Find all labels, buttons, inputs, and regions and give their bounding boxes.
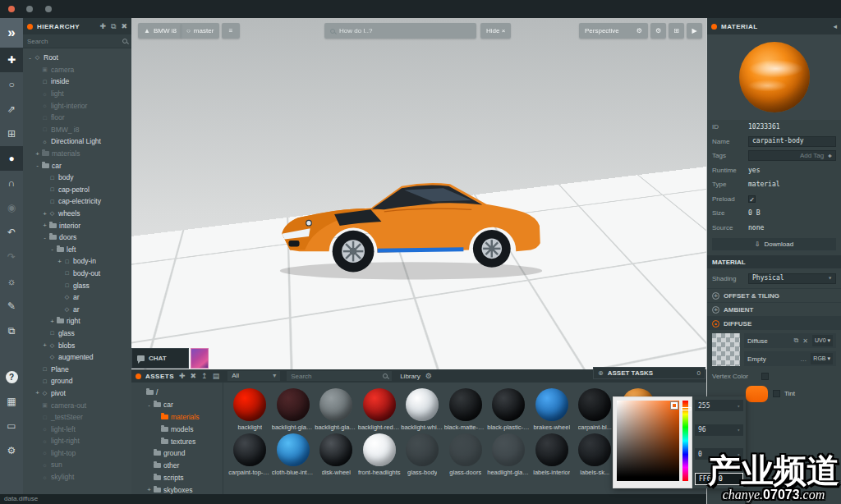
redo-button-icon[interactable]: ↷ (0, 245, 23, 269)
asset-thumbnail[interactable]: front-headlights (358, 431, 402, 476)
saturation-value-square[interactable] (617, 401, 679, 481)
toggle-icon[interactable]: + (41, 341, 48, 349)
duplicate-entity-icon[interactable]: ⧉ (111, 22, 116, 31)
name-input[interactable]: carpaint-body (748, 136, 836, 147)
library-button[interactable]: Library (400, 373, 420, 380)
tree-item[interactable]: □glass (23, 328, 131, 340)
folder-item[interactable]: materials (135, 411, 223, 424)
color-selector-cursor[interactable] (671, 402, 678, 409)
window-minimize-button[interactable] (26, 6, 33, 12)
stepper-icon[interactable]: ▾ (737, 427, 740, 433)
section-ambient[interactable]: + AMBIENT (707, 302, 841, 316)
asset-thumbnail[interactable]: backlight (228, 386, 272, 431)
diffuse-texture-slot[interactable] (712, 333, 740, 366)
asset-thumbnail[interactable]: black-plastic-whe... (487, 386, 531, 431)
launch-play-button[interactable]: ▶ (687, 23, 702, 39)
tree-item[interactable]: □floor (23, 112, 131, 124)
tree-item[interactable]: ◇ar (23, 303, 131, 315)
toggle-icon[interactable]: - (34, 162, 41, 169)
tree-item[interactable]: ☼sun (23, 459, 131, 471)
asset-thumbnail[interactable]: backlight-white-b... (401, 386, 444, 431)
undo-button-icon[interactable]: ↶ (0, 220, 23, 245)
tree-item[interactable]: +◇blobs (23, 339, 131, 351)
blue-value-input[interactable]: 0▾ (695, 448, 743, 460)
tree-item[interactable]: -doors (23, 231, 131, 244)
rotate-tool-icon[interactable]: ○ (0, 72, 23, 97)
tree-item[interactable]: ◇augmented (23, 351, 131, 364)
toggle-icon[interactable]: - (145, 401, 153, 409)
asset-thumbnail[interactable]: brakes-wheel (531, 386, 574, 431)
assets-settings-icon[interactable]: ⚙ (425, 372, 432, 380)
help-button-icon[interactable]: ? (0, 364, 23, 389)
asset-thumbnail[interactable]: disk-wheel (315, 431, 358, 476)
tree-item[interactable]: □body-out (23, 268, 131, 280)
folder-item[interactable]: / (135, 387, 223, 399)
uv-channel-dropdown[interactable]: UV0 ▾ (812, 335, 833, 346)
publish-button-icon[interactable]: ⧉ (0, 318, 23, 343)
add-entity-icon[interactable]: ✚ (99, 22, 106, 30)
tree-item[interactable]: +□body-in (23, 255, 131, 268)
user-avatar[interactable] (191, 348, 209, 369)
toggle-icon[interactable]: + (48, 318, 56, 325)
hue-slider[interactable] (682, 401, 688, 481)
tree-item[interactable]: ☼light-top (23, 447, 131, 460)
console-button-icon[interactable]: ▭ (0, 414, 23, 438)
grid-view-icon[interactable]: ▤ (213, 372, 220, 380)
fullscreen-button[interactable]: ⊞ (669, 23, 684, 39)
toggle-icon[interactable]: - (41, 234, 48, 241)
green-value-input[interactable]: 96▾ (695, 424, 743, 436)
folder-item[interactable]: -car (135, 399, 223, 411)
folder-item[interactable]: models (135, 423, 223, 435)
more-options-icon[interactable]: … (800, 355, 807, 363)
camera-mode-button[interactable]: Perspective ⚙ (579, 23, 648, 39)
asset-thumbnail[interactable]: headlight-glass-b... (487, 431, 531, 476)
diffuse-color-swatch[interactable] (746, 386, 768, 402)
tree-item[interactable]: +◇pivot (23, 387, 131, 400)
toggle-icon[interactable]: + (34, 389, 41, 396)
tree-item[interactable]: ◇ar (23, 291, 131, 304)
tree-item[interactable]: □cap-electricity (23, 195, 131, 208)
asset-tasks-panel[interactable]: ⊕ ASSET TASKS 0 (593, 367, 705, 379)
move-tool-icon[interactable]: ✚ (0, 48, 23, 72)
tree-item[interactable]: □Plane (23, 363, 131, 375)
playcanvas-logo-icon[interactable]: » (0, 18, 23, 48)
asset-thumbnail[interactable]: black-matte-wheel (444, 386, 488, 431)
tree-item[interactable]: □BMW_ i8 (23, 124, 131, 136)
toggle-icon[interactable]: + (34, 150, 41, 158)
asset-thumbnail[interactable]: cloth-blue-interior (272, 431, 315, 476)
red-value-input[interactable]: 255▾ (695, 400, 743, 411)
asset-thumbnail[interactable]: labels-sk... (573, 431, 617, 476)
asset-thumbnail[interactable]: glass-doors (444, 431, 488, 476)
toggle-icon[interactable]: + (56, 258, 63, 265)
tree-item[interactable]: ▣camera (23, 64, 131, 76)
preload-checkbox[interactable]: ✓ (748, 195, 756, 203)
asset-thumbnail[interactable]: carpaint-bl... (573, 386, 617, 431)
folder-item[interactable]: ground (135, 447, 223, 460)
hierarchy-search[interactable]: Search (23, 34, 131, 48)
viewport-settings-button[interactable]: ⚙ (650, 23, 666, 39)
settings-button-icon[interactable]: ⚙ (0, 438, 23, 463)
tree-item[interactable]: □glass (23, 279, 131, 291)
chat-button[interactable]: CHAT (131, 348, 189, 369)
tree-item[interactable]: +right (23, 315, 131, 328)
add-tag-icon[interactable]: ✚ (828, 151, 832, 161)
asset-thumbnail[interactable]: glass-body (401, 431, 444, 476)
folder-item[interactable]: textures (135, 435, 223, 447)
tree-item[interactable]: ☼skylight (23, 471, 131, 483)
assets-search-input[interactable]: Search (287, 371, 392, 381)
tree-item[interactable]: □ground (23, 375, 131, 387)
open-asset-icon[interactable]: ⧉ (793, 337, 798, 345)
color-channel-dropdown[interactable]: RGB ▾ (811, 353, 833, 364)
toggle-icon[interactable]: - (26, 54, 34, 62)
tree-item[interactable]: □_testSteer (23, 411, 131, 424)
hide-help-button[interactable]: Hide × (480, 23, 511, 39)
toggle-icon[interactable]: + (41, 222, 48, 229)
window-close-button[interactable] (8, 6, 15, 12)
asset-thumbnail[interactable]: labels-interior (531, 431, 574, 476)
hex-value-input[interactable]: FF6000 (695, 473, 743, 485)
car-model-bmw-i8[interactable] (269, 148, 553, 289)
toggle-icon[interactable]: + (41, 210, 48, 218)
shading-dropdown[interactable]: Physical ▾ (748, 273, 836, 284)
tree-item[interactable]: -left (23, 244, 131, 256)
toggle-icon[interactable]: - (48, 245, 56, 253)
